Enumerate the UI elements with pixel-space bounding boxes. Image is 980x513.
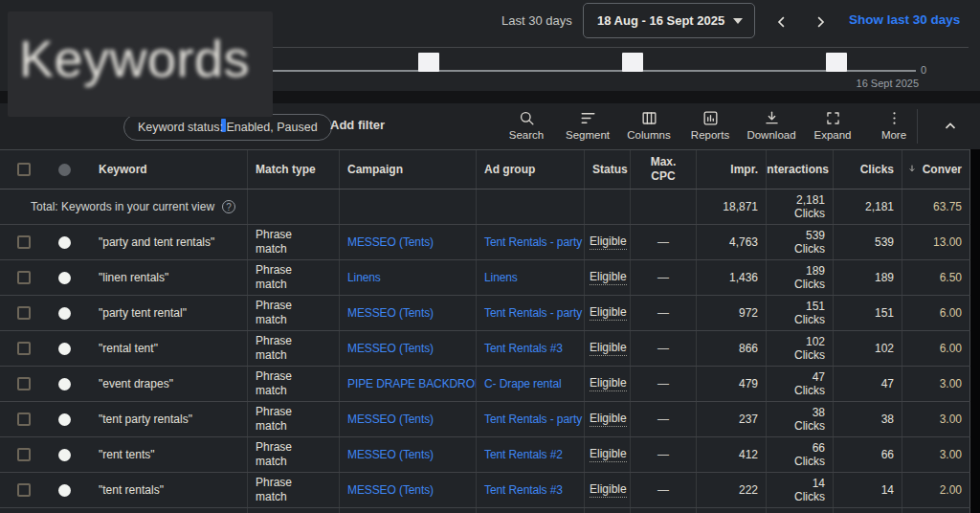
ad-group-link[interactable]: Linens: [484, 271, 518, 284]
chevron-left-icon: [773, 13, 791, 31]
campaign-link[interactable]: MESSEO (Tents): [347, 235, 434, 249]
status-dot[interactable]: [58, 378, 71, 390]
keyword-cell: "event drapes": [81, 377, 247, 390]
select-all-checkbox[interactable]: [17, 163, 31, 176]
date-range-value: 18 Aug - 16 Sept 2025: [597, 13, 724, 28]
match-type-cell: Phrase match: [247, 260, 339, 295]
expand-button[interactable]: Expand: [802, 107, 863, 143]
status-value[interactable]: Eligible: [590, 341, 627, 356]
more-button[interactable]: More: [863, 107, 924, 143]
table-row-partial: [0, 508, 970, 513]
interactions-cell: 66Clicks: [766, 437, 833, 472]
reports-button[interactable]: Reports: [679, 107, 741, 143]
sort-descending-icon: [907, 163, 917, 176]
ad-group-link[interactable]: Tent Rentals - party: [484, 413, 582, 426]
reports-icon: [702, 109, 720, 127]
max-cpc-cell: —: [630, 437, 696, 472]
status-value[interactable]: Eligible: [590, 234, 627, 250]
column-header-conversions[interactable]: Conver: [902, 150, 970, 189]
download-button[interactable]: Download: [741, 107, 802, 143]
status-dot[interactable]: [58, 484, 71, 497]
campaign-link[interactable]: MESSEO (Tents): [347, 483, 434, 497]
ad-group-link[interactable]: Tent Rentals #3: [484, 342, 563, 355]
table-row: "event drapes" Phrase match PIPE DRAPE B…: [0, 367, 970, 402]
max-cpc-cell: —: [630, 225, 696, 259]
column-header-match-type[interactable]: Match type: [247, 150, 339, 189]
chart-marker: [418, 53, 439, 72]
status-dot[interactable]: [58, 343, 71, 355]
help-icon[interactable]: ?: [222, 200, 235, 213]
column-header-campaign[interactable]: Campaign: [339, 150, 476, 189]
row-checkbox[interactable]: [17, 235, 31, 249]
keyword-cell: "rental tent": [81, 342, 247, 355]
campaign-link[interactable]: MESSEO (Tents): [347, 306, 434, 320]
status-cell: Eligible: [584, 473, 630, 507]
conversions-cell: 6.00: [902, 331, 970, 366]
column-header-status[interactable]: Status: [584, 150, 630, 189]
previous-period-button[interactable]: [768, 8, 796, 36]
total-impressions: 18,871: [696, 190, 766, 224]
status-value[interactable]: Eligible: [590, 270, 627, 285]
date-range-label: Last 30 days: [501, 13, 572, 28]
column-header-max-cpc[interactable]: Max. CPC: [630, 150, 696, 189]
keyword-cell: "party tent rental": [81, 306, 247, 320]
status-dot[interactable]: [58, 307, 71, 320]
columns-button[interactable]: Columns: [618, 107, 679, 143]
row-checkbox[interactable]: [17, 306, 31, 320]
ad-group-link[interactable]: Tent Rentals - party: [484, 306, 582, 320]
chart-marker: [622, 53, 643, 72]
add-filter-button[interactable]: Add filter: [330, 118, 385, 132]
keyword-status-filter-chip[interactable]: Keyword status: Enabled, Paused: [123, 114, 332, 141]
conversions-cell: 3.00: [902, 437, 970, 472]
status-dot[interactable]: [58, 272, 71, 284]
collapse-panel-button[interactable]: [936, 114, 965, 139]
status-value[interactable]: Eligible: [590, 447, 627, 462]
status-dot[interactable]: [58, 413, 71, 426]
ad-group-link[interactable]: Tent Rentals #2: [484, 448, 563, 461]
date-range-picker[interactable]: 18 Aug - 16 Sept 2025: [583, 3, 755, 38]
search-button[interactable]: Search: [496, 107, 557, 143]
column-header-ad-group[interactable]: Ad group: [476, 150, 584, 189]
row-checkbox[interactable]: [17, 377, 31, 390]
status-dot[interactable]: [58, 449, 71, 461]
campaign-cell: MESSEO (Tents): [339, 473, 476, 507]
total-clicks: 2,181: [833, 190, 902, 224]
keyword-cell: "linen rentals": [81, 271, 247, 284]
clicks-cell: 189: [833, 260, 902, 295]
status-dot[interactable]: [58, 236, 71, 249]
row-checkbox[interactable]: [17, 413, 31, 426]
ad-group-cell: C- Drape rental: [476, 367, 584, 401]
status-value[interactable]: Eligible: [590, 376, 627, 391]
ad-group-cell: Tent Rentals - party: [476, 402, 584, 436]
campaign-link[interactable]: PIPE DRAPE BACKDROP: [347, 377, 476, 390]
table-scrollbar-track[interactable]: [970, 149, 980, 513]
column-header-interactions[interactable]: Interactions: [766, 150, 833, 189]
chart-end-date-label: 16 Sept 2025: [840, 78, 919, 89]
segment-icon: [579, 109, 597, 127]
row-checkbox[interactable]: [17, 271, 31, 284]
campaign-link[interactable]: MESSEO (Tents): [347, 342, 434, 355]
campaign-link[interactable]: Linens: [347, 271, 381, 284]
row-checkbox[interactable]: [17, 342, 31, 355]
status-value[interactable]: Eligible: [590, 305, 627, 321]
chevron-up-icon: [942, 118, 959, 135]
column-header-impressions[interactable]: Impr.: [696, 150, 766, 189]
max-cpc-cell: —: [630, 331, 696, 366]
match-type-cell: Phrase match: [247, 331, 339, 366]
next-period-button[interactable]: [806, 8, 835, 36]
status-value[interactable]: Eligible: [590, 482, 627, 498]
ad-group-link[interactable]: C- Drape rental: [484, 377, 562, 390]
column-header-keyword[interactable]: Keyword: [81, 163, 247, 176]
keywords-page: Last 30 days 18 Aug - 16 Sept 2025 Show …: [0, 0, 980, 513]
total-row-label-cell: Total: Keywords in your current view ?: [0, 200, 247, 213]
row-checkbox[interactable]: [17, 483, 31, 497]
segment-button[interactable]: Segment: [557, 107, 618, 143]
campaign-link[interactable]: MESSEO (Tents): [347, 448, 434, 461]
ad-group-link[interactable]: Tent Rentals #3: [484, 483, 563, 497]
campaign-link[interactable]: MESSEO (Tents): [347, 413, 434, 426]
column-header-clicks[interactable]: Clicks: [833, 150, 902, 189]
ad-group-link[interactable]: Tent Rentals - party: [484, 235, 582, 249]
status-value[interactable]: Eligible: [590, 412, 627, 427]
show-last-30-days-link[interactable]: Show last 30 days: [849, 12, 960, 27]
row-checkbox[interactable]: [17, 448, 31, 461]
